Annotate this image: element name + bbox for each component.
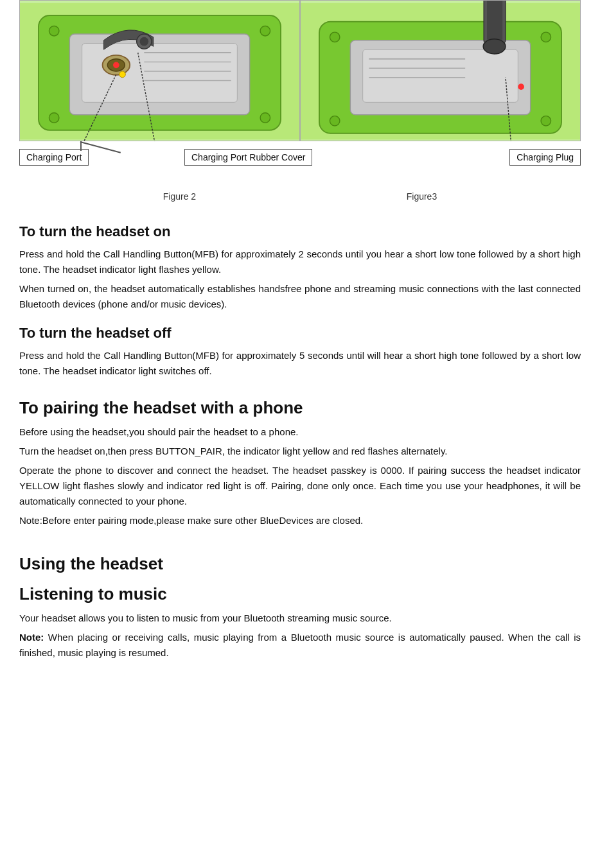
rubber-cover-label: Charging Port Rubber Cover bbox=[184, 149, 312, 166]
svg-point-7 bbox=[260, 113, 270, 123]
charging-port-label: Charging Port bbox=[19, 149, 89, 166]
line1 bbox=[80, 141, 82, 151]
figures-captions: Figure 2 Figure3 bbox=[19, 191, 581, 202]
turn-on-para1: Press and hold the Call Handling Button(… bbox=[19, 247, 581, 277]
svg-point-11 bbox=[119, 71, 126, 78]
figures-section: Charging Port Charging Port Rubber Cover… bbox=[19, 0, 581, 212]
svg-point-17 bbox=[140, 37, 149, 46]
charging-plug-label: Charging Plug bbox=[509, 149, 581, 166]
pairing-para1: Before using the headset,you should pair… bbox=[19, 424, 581, 440]
figure3-image bbox=[300, 0, 581, 141]
figure3-svg bbox=[301, 1, 580, 142]
svg-point-10 bbox=[113, 62, 119, 69]
figures-images bbox=[19, 0, 581, 141]
svg-rect-23 bbox=[363, 49, 518, 102]
svg-point-31 bbox=[483, 39, 506, 54]
turn-on-heading: To turn the headset on bbox=[19, 223, 581, 240]
listening-heading: Listening to music bbox=[19, 584, 581, 604]
svg-point-4 bbox=[49, 26, 58, 35]
pairing-para3: Operate the phone to discover and connec… bbox=[19, 463, 581, 509]
pairing-para2: Turn the headset on,then press BUTTON_PA… bbox=[19, 444, 581, 459]
listening-para1: Your headset allows you to listen to mus… bbox=[19, 611, 581, 626]
svg-point-32 bbox=[518, 83, 524, 90]
using-heading: Using the headset bbox=[19, 554, 581, 574]
svg-point-24 bbox=[330, 32, 339, 42]
turn-off-para1: Press and hold the Call Handling Button(… bbox=[19, 348, 581, 379]
figure3-caption: Figure3 bbox=[407, 191, 437, 202]
svg-point-6 bbox=[49, 113, 58, 123]
svg-point-5 bbox=[260, 26, 270, 35]
note-text: When placing or receiving calls, music p… bbox=[19, 632, 581, 658]
turn-off-heading: To turn the headset off bbox=[19, 325, 581, 342]
pairing-para4: Note:Before enter pairing mode,please ma… bbox=[19, 513, 581, 528]
listening-note: Note: When placing or receiving calls, m… bbox=[19, 630, 581, 661]
svg-point-25 bbox=[541, 32, 551, 42]
turn-on-para2: When turned on, the headset automaticall… bbox=[19, 281, 581, 312]
figure2-caption: Figure 2 bbox=[163, 191, 196, 202]
svg-point-26 bbox=[330, 116, 339, 126]
labels-row: Charging Port Charging Port Rubber Cover… bbox=[19, 141, 581, 186]
note-label: Note: bbox=[19, 632, 44, 643]
figure2-svg bbox=[20, 1, 299, 142]
figure2-image bbox=[19, 0, 300, 141]
svg-rect-29 bbox=[487, 1, 502, 40]
pairing-heading: To pairing the headset with a phone bbox=[19, 398, 581, 418]
svg-point-27 bbox=[541, 116, 551, 126]
